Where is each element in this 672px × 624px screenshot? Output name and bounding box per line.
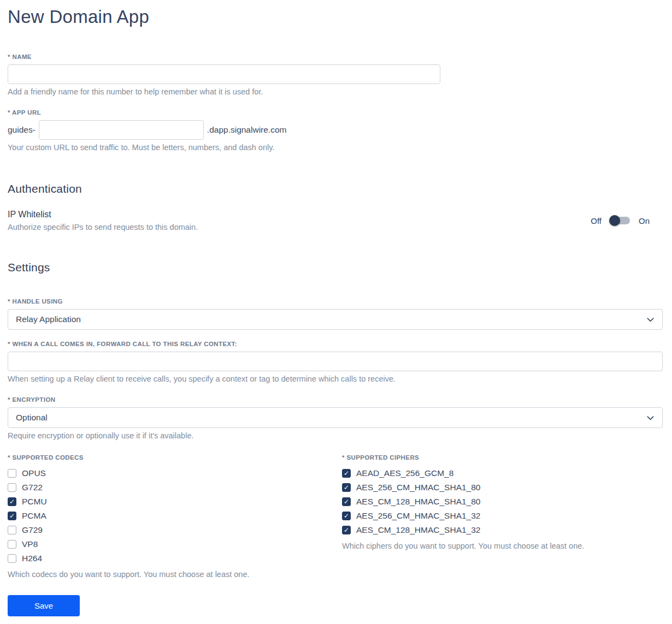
checkbox-checked-icon[interactable]: ✓ xyxy=(342,497,351,506)
encryption-select[interactable]: Optional xyxy=(8,407,663,428)
codec-option[interactable]: G722 xyxy=(8,480,342,495)
ciphers-helper-text: Which ciphers do you want to support. Yo… xyxy=(342,542,663,550)
cipher-option-label: AES_256_CM_HMAC_SHA1_32 xyxy=(356,511,480,521)
codec-option-label: OPUS xyxy=(22,468,46,478)
checkbox-checked-icon[interactable]: ✓ xyxy=(342,526,351,534)
chevron-down-icon xyxy=(646,414,655,422)
cipher-option[interactable]: ✓AEAD_AES_256_GCM_8 xyxy=(342,466,663,480)
supported-ciphers-label: * SUPPORTED CIPHERS xyxy=(342,454,663,461)
cipher-option[interactable]: ✓AES_CM_128_HMAC_SHA1_32 xyxy=(342,523,663,537)
supported-ciphers-group: * SUPPORTED CIPHERS ✓AEAD_AES_256_GCM_8✓… xyxy=(342,454,663,579)
name-label: * NAME xyxy=(8,54,663,60)
checkbox-unchecked-icon[interactable] xyxy=(8,526,16,534)
codec-option[interactable]: G729 xyxy=(8,523,342,537)
cipher-option-label: AES_CM_128_HMAC_SHA1_80 xyxy=(356,497,480,507)
toggle-knob-icon xyxy=(609,215,620,226)
checkbox-unchecked-icon[interactable] xyxy=(8,540,16,549)
relay-context-helper-text: When setting up a Relay client to receiv… xyxy=(8,375,663,383)
codec-option[interactable]: VP8 xyxy=(8,537,342,551)
codec-option-label: G729 xyxy=(22,525,43,535)
codec-option-label: PCMU xyxy=(22,497,47,507)
supported-codecs-label: * SUPPORTED CODECS xyxy=(8,454,342,461)
codec-option-label: H264 xyxy=(22,554,42,563)
app-url-suffix: .dapp.signalwire.com xyxy=(207,125,287,135)
codec-list: OPUSG722✓PCMU✓PCMAG729VP8H264 xyxy=(8,466,342,566)
ip-whitelist-text: IP Whitelist Authorize specific IPs to s… xyxy=(8,210,198,231)
codec-option-label: G722 xyxy=(22,483,43,492)
app-url-row: guides- .dapp.signalwire.com xyxy=(8,120,663,140)
settings-heading: Settings xyxy=(8,261,663,274)
toggle-on-label: On xyxy=(639,216,650,225)
relay-context-input[interactable] xyxy=(8,352,663,371)
cipher-option-label: AES_256_CM_HMAC_SHA1_80 xyxy=(356,483,480,492)
ip-whitelist-label: IP Whitelist xyxy=(8,210,198,219)
relay-context-label: * WHEN A CALL COMES IN, FORWARD CALL TO … xyxy=(8,341,663,347)
checkbox-checked-icon[interactable]: ✓ xyxy=(342,512,351,520)
checkbox-unchecked-icon[interactable] xyxy=(8,554,16,563)
new-domain-app-page: New Domain App * NAME Add a friendly nam… xyxy=(0,0,672,624)
relay-context-field-group: * WHEN A CALL COMES IN, FORWARD CALL TO … xyxy=(8,341,663,383)
ip-whitelist-helper-text: Authorize specific IPs to send requests … xyxy=(8,223,198,231)
encryption-field-group: * ENCRYPTION Optional Require encryption… xyxy=(8,396,663,440)
codec-option[interactable]: ✓PCMU xyxy=(8,495,342,509)
app-url-label: * APP URL xyxy=(8,109,663,116)
app-url-field-group: * APP URL guides- .dapp.signalwire.com Y… xyxy=(8,109,663,152)
app-url-input[interactable] xyxy=(39,120,204,140)
handle-using-select[interactable]: Relay Application xyxy=(8,309,663,330)
cipher-option-label: AES_CM_128_HMAC_SHA1_32 xyxy=(356,525,480,535)
cipher-option[interactable]: ✓AES_256_CM_HMAC_SHA1_80 xyxy=(342,480,663,495)
encryption-selected-value: Optional xyxy=(16,413,48,423)
save-button[interactable]: Save xyxy=(8,595,80,616)
checkbox-checked-icon[interactable]: ✓ xyxy=(342,483,351,492)
handle-using-label: * HANDLE USING xyxy=(8,298,663,305)
codecs-helper-text: Which codecs do you want to support. You… xyxy=(8,570,342,579)
ip-whitelist-row: IP Whitelist Authorize specific IPs to s… xyxy=(8,210,663,231)
codec-cipher-columns: * SUPPORTED CODECS OPUSG722✓PCMU✓PCMAG72… xyxy=(8,454,663,579)
codec-option-label: PCMA xyxy=(22,511,46,521)
checkbox-checked-icon[interactable]: ✓ xyxy=(8,497,16,506)
name-field-group: * NAME Add a friendly name for this numb… xyxy=(8,54,663,96)
checkbox-unchecked-icon[interactable] xyxy=(8,483,16,492)
toggle-off-label: Off xyxy=(591,216,602,225)
cipher-option[interactable]: ✓AES_CM_128_HMAC_SHA1_80 xyxy=(342,495,663,509)
encryption-helper-text: Require encryption or optionally use it … xyxy=(8,431,663,440)
app-url-prefix: guides- xyxy=(8,125,36,135)
checkbox-unchecked-icon[interactable] xyxy=(8,469,16,478)
name-helper-text: Add a friendly name for this number to h… xyxy=(8,87,663,96)
encryption-label: * ENCRYPTION xyxy=(8,396,663,403)
ip-whitelist-toggle-group: Off On xyxy=(591,215,663,227)
cipher-option[interactable]: ✓AES_256_CM_HMAC_SHA1_32 xyxy=(342,509,663,523)
app-url-helper-text: Your custom URL to send traffic to. Must… xyxy=(8,143,663,152)
handle-using-field-group: * HANDLE USING Relay Application xyxy=(8,298,663,330)
codec-option[interactable]: OPUS xyxy=(8,466,342,480)
codec-option[interactable]: ✓PCMA xyxy=(8,509,342,523)
codec-option[interactable]: H264 xyxy=(8,551,342,566)
page-title: New Domain App xyxy=(8,7,663,27)
checkbox-checked-icon[interactable]: ✓ xyxy=(342,469,351,478)
cipher-option-label: AEAD_AES_256_GCM_8 xyxy=(356,468,453,478)
name-input[interactable] xyxy=(8,64,440,84)
ip-whitelist-toggle[interactable] xyxy=(609,215,631,227)
codec-option-label: VP8 xyxy=(22,539,38,549)
chevron-down-icon xyxy=(646,316,655,324)
cipher-list: ✓AEAD_AES_256_GCM_8✓AES_256_CM_HMAC_SHA1… xyxy=(342,466,663,537)
authentication-heading: Authentication xyxy=(8,182,663,195)
supported-codecs-group: * SUPPORTED CODECS OPUSG722✓PCMU✓PCMAG72… xyxy=(8,454,342,579)
checkbox-checked-icon[interactable]: ✓ xyxy=(8,512,16,520)
handle-using-selected-value: Relay Application xyxy=(16,314,81,324)
